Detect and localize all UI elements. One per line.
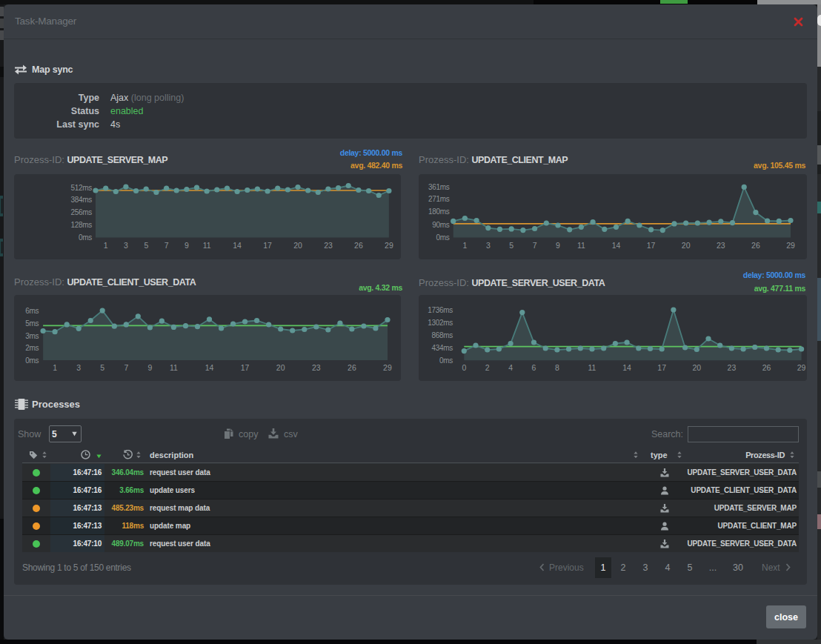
svg-text:23: 23 — [312, 363, 321, 372]
svg-text:17: 17 — [657, 363, 666, 372]
svg-text:0: 0 — [462, 363, 466, 372]
svg-text:2ms: 2ms — [25, 344, 39, 352]
svg-text:20: 20 — [692, 363, 701, 372]
svg-text:434ms: 434ms — [431, 344, 453, 352]
svg-text:271ms: 271ms — [428, 195, 450, 203]
svg-text:2: 2 — [485, 363, 490, 372]
svg-text:26: 26 — [751, 241, 760, 250]
svg-text:23: 23 — [728, 363, 737, 372]
svg-text:29: 29 — [383, 363, 392, 372]
svg-text:1302ms: 1302ms — [428, 319, 453, 327]
svg-text:17: 17 — [241, 363, 250, 372]
svg-text:3: 3 — [124, 241, 128, 250]
svg-text:3: 3 — [486, 241, 491, 250]
svg-text:6ms: 6ms — [25, 307, 39, 315]
svg-text:4: 4 — [508, 363, 513, 372]
svg-text:0ms: 0ms — [79, 233, 92, 242]
svg-text:11: 11 — [203, 241, 211, 250]
svg-text:20: 20 — [682, 241, 691, 250]
svg-text:180ms: 180ms — [428, 208, 450, 216]
svg-text:256ms: 256ms — [70, 208, 92, 216]
svg-text:23: 23 — [717, 241, 725, 250]
svg-text:11: 11 — [577, 241, 585, 250]
svg-text:5: 5 — [100, 363, 104, 372]
svg-text:11: 11 — [170, 363, 178, 372]
svg-text:9: 9 — [556, 241, 560, 250]
svg-text:5: 5 — [144, 241, 148, 250]
svg-text:29: 29 — [786, 241, 795, 250]
svg-text:0ms: 0ms — [436, 233, 450, 242]
svg-text:0ms: 0ms — [439, 356, 453, 365]
svg-text:20: 20 — [276, 363, 285, 372]
svg-text:512ms: 512ms — [70, 184, 92, 192]
svg-text:7: 7 — [533, 241, 537, 250]
svg-text:14: 14 — [622, 363, 631, 372]
svg-text:1: 1 — [53, 363, 57, 372]
svg-text:128ms: 128ms — [70, 221, 92, 229]
svg-text:20: 20 — [293, 241, 302, 250]
svg-text:29: 29 — [797, 363, 806, 372]
svg-text:8: 8 — [555, 363, 559, 372]
svg-text:6: 6 — [532, 363, 536, 372]
svg-text:5: 5 — [509, 241, 513, 250]
svg-text:384ms: 384ms — [70, 196, 92, 204]
svg-text:14: 14 — [612, 241, 621, 250]
svg-text:7: 7 — [164, 241, 169, 250]
svg-text:3ms: 3ms — [25, 332, 39, 340]
svg-text:5ms: 5ms — [25, 319, 39, 328]
svg-text:14: 14 — [205, 363, 214, 372]
svg-text:26: 26 — [348, 363, 356, 372]
svg-text:0ms: 0ms — [25, 356, 39, 365]
svg-text:90ms: 90ms — [432, 221, 450, 229]
svg-text:361ms: 361ms — [428, 183, 450, 191]
svg-text:7: 7 — [124, 363, 128, 372]
svg-text:17: 17 — [647, 241, 656, 250]
svg-text:9: 9 — [185, 241, 189, 250]
svg-text:14: 14 — [233, 241, 242, 250]
svg-text:3: 3 — [76, 363, 81, 372]
svg-text:868ms: 868ms — [431, 331, 453, 339]
svg-text:1: 1 — [462, 241, 467, 250]
svg-text:9: 9 — [147, 363, 152, 372]
svg-text:26: 26 — [762, 363, 771, 372]
svg-text:17: 17 — [263, 241, 272, 250]
svg-text:29: 29 — [385, 241, 393, 250]
svg-text:26: 26 — [354, 241, 363, 250]
svg-text:11: 11 — [588, 363, 596, 372]
svg-text:1: 1 — [104, 241, 108, 250]
svg-text:1736ms: 1736ms — [428, 306, 453, 314]
svg-text:23: 23 — [324, 241, 333, 250]
